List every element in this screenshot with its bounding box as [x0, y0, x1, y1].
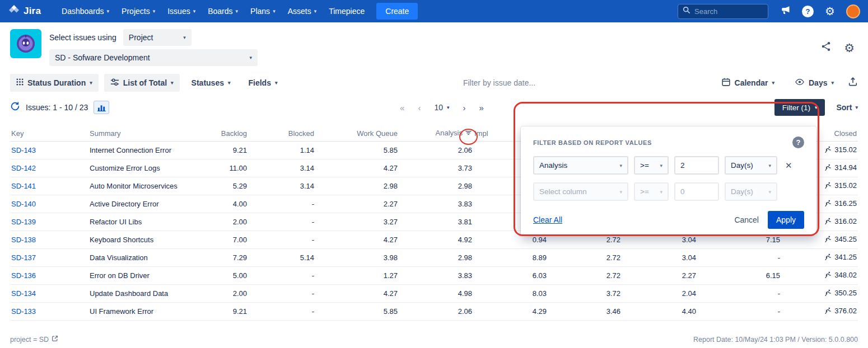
eye-icon — [795, 78, 805, 87]
duration-cell: 4.00 — [200, 195, 248, 213]
page-first-button[interactable]: « — [400, 103, 404, 112]
issue-key-link[interactable]: SD-136 — [11, 271, 36, 280]
report-date: Report Date: 10/May/24 1:03 PM / Version… — [693, 336, 858, 344]
col-header-work-queue[interactable]: Work Queue — [315, 126, 399, 141]
gear-icon[interactable]: ⚙ — [825, 6, 835, 17]
duration-cell: - — [248, 266, 315, 284]
issue-key-link[interactable]: SD-138 — [11, 236, 36, 244]
filter-operator-select[interactable]: >=▾ — [634, 156, 669, 175]
filter-icon[interactable] — [465, 129, 472, 138]
filter-popup: FILTER BASED ON REPORT VALUES ? Analysis… — [521, 126, 816, 236]
filter-row-1: Analysis▾ >=▾ Day(s)▾ ✕ — [533, 156, 804, 175]
nav-boards[interactable]: Boards▾ — [202, 0, 244, 22]
closed-value: 376.02 — [834, 307, 857, 315]
grid-icon — [16, 78, 24, 87]
duration-cell: 4.40 — [622, 302, 697, 320]
issue-key-link[interactable]: SD-134 — [11, 289, 36, 298]
nav-dashboards[interactable]: Dashboards▾ — [55, 0, 115, 22]
col-header-blocked[interactable]: Blocked — [248, 126, 315, 141]
duration-cell: 1.27 — [315, 266, 399, 284]
chevron-down-icon: ▾ — [447, 105, 450, 110]
page-next-button[interactable]: › — [463, 103, 466, 112]
statuses-select[interactable]: Statuses▾ — [185, 74, 237, 92]
page-prev-button[interactable]: ‹ — [418, 103, 421, 112]
report-toolbar: Status Duration▾ List of Total▾ Statuses… — [0, 74, 868, 92]
filter-unit-select[interactable]: Day(s)▾ — [725, 156, 777, 175]
external-link-icon[interactable] — [52, 335, 58, 344]
filter-column-select[interactable]: Analysis▾ — [533, 156, 628, 175]
megaphone-icon[interactable] — [780, 4, 791, 18]
issue-key-link[interactable]: SD-139 — [11, 218, 36, 226]
create-button[interactable]: Create — [376, 3, 418, 20]
settings-icon[interactable]: ⚙ — [844, 42, 855, 54]
export-icon[interactable] — [848, 77, 858, 89]
issue-key-link[interactable]: SD-141 — [11, 182, 36, 190]
chevron-down-icon: ▾ — [249, 55, 252, 60]
nav-assets[interactable]: Assets▾ — [282, 0, 323, 22]
issue-summary: Update Dashboard Data — [88, 284, 200, 302]
duration-cell: 9.21 — [200, 141, 248, 159]
duration-cell: - — [248, 302, 315, 320]
chevron-down-icon: ▾ — [314, 9, 317, 14]
fields-select[interactable]: Fields▾ — [242, 74, 283, 92]
closed-value: 315.02 — [834, 145, 857, 154]
nav-projects[interactable]: Projects▾ — [115, 0, 161, 22]
filter-value-input[interactable] — [674, 156, 719, 175]
chevron-down-icon: ▾ — [273, 9, 276, 14]
duration-cell: 2.27 — [622, 266, 697, 284]
chevron-down-icon: ▾ — [183, 35, 186, 40]
help-icon[interactable]: ? — [792, 137, 804, 148]
unit-select[interactable]: Days▾ — [788, 74, 840, 92]
page-size-select[interactable]: 10▾ — [434, 103, 449, 112]
apply-button[interactable]: Apply — [768, 211, 804, 229]
top-nav: Jira Dashboards▾ Projects▾ Issues▾ Board… — [0, 0, 868, 22]
runner-icon — [824, 146, 832, 155]
duration-cell: 5.29 — [200, 177, 248, 195]
col-header-key[interactable]: Key — [10, 126, 88, 141]
table-row: SD-133 UI Framework Error 9.21 - 5.85 2.… — [10, 302, 858, 320]
issue-key-link[interactable]: SD-140 — [11, 200, 36, 208]
nav-issues[interactable]: Issues▾ — [161, 0, 202, 22]
col-header-summary[interactable]: Summary — [88, 126, 200, 141]
project-select[interactable]: SD - Sofware Development▾ — [49, 49, 258, 66]
share-icon[interactable] — [820, 41, 832, 54]
filter-button[interactable]: Filter (1)▾ — [774, 99, 825, 116]
chevron-down-icon: ▾ — [768, 189, 771, 195]
col-header-analysis[interactable]: Analysis — [399, 126, 473, 141]
avatar[interactable] — [846, 4, 860, 18]
issue-key-link[interactable]: SD-143 — [11, 146, 36, 154]
date-filter-input[interactable]: Filter by issue date... — [289, 78, 709, 87]
issue-summary: Customize Error Logs — [88, 159, 200, 177]
refresh-icon[interactable] — [10, 101, 20, 114]
clear-all-link[interactable]: Clear All — [533, 215, 562, 224]
runner-icon — [824, 289, 832, 298]
help-icon[interactable]: ? — [802, 6, 814, 17]
close-icon[interactable]: ✕ — [785, 161, 792, 171]
calendar-select[interactable]: Calendar▾ — [715, 74, 781, 92]
issue-key-link[interactable]: SD-133 — [11, 307, 36, 316]
chart-icon[interactable] — [94, 101, 109, 114]
page-last-button[interactable]: » — [479, 103, 484, 112]
runner-icon — [824, 236, 832, 244]
jira-logo[interactable]: Jira — [8, 4, 41, 18]
duration-cell: - — [697, 284, 781, 302]
filter-value-input-disabled — [674, 182, 719, 201]
duration-cell: 5.00 — [200, 266, 248, 284]
table-row: SD-136 Error on DB Driver 5.00 - 1.27 3.… — [10, 266, 858, 284]
view-mode-select[interactable]: List of Total▾ — [104, 74, 180, 92]
sort-button[interactable]: Sort▾ — [836, 103, 858, 112]
runner-icon — [824, 218, 832, 227]
issue-key-link[interactable]: SD-137 — [11, 253, 36, 262]
chevron-down-icon: ▾ — [660, 163, 662, 168]
issue-source-select[interactable]: Project▾ — [123, 29, 192, 46]
nav-timepiece[interactable]: Timepiece — [323, 0, 371, 22]
cancel-button[interactable]: Cancel — [734, 215, 759, 224]
brand-name: Jira — [24, 6, 41, 17]
col-header-backlog[interactable]: Backlog — [200, 126, 248, 141]
report-type-select[interactable]: Status Duration▾ — [10, 74, 99, 92]
nav-plans[interactable]: Plans▾ — [244, 0, 282, 22]
duration-cell: - — [248, 195, 315, 213]
issue-key-link[interactable]: SD-142 — [11, 164, 36, 172]
search-input[interactable] — [694, 7, 756, 16]
global-search[interactable] — [678, 4, 768, 19]
